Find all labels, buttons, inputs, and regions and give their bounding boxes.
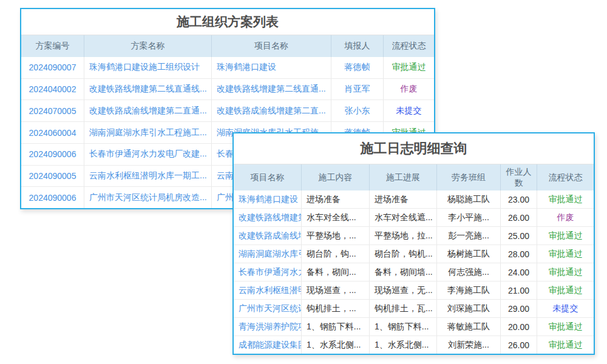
cell-plan-code[interactable]: 2024060004: [21, 122, 84, 143]
cell-plan-name[interactable]: 广州市天河区统计局机房改造...: [84, 187, 212, 208]
table-row: 2024090007 珠海鹤港口建设施工组织设计 珠海鹤港口建设 蒋德帧 审批通…: [21, 57, 434, 79]
column-header-plan-code: 方案编号: [21, 35, 84, 57]
cell-work-content: 备料，砌间...: [302, 263, 370, 281]
column-header-work-progress: 施工进展: [370, 164, 437, 190]
cell-plan-name[interactable]: 长春市伊通河水力发电厂改建...: [84, 144, 212, 165]
column-header-plan-name: 方案名称: [84, 35, 212, 57]
table-row: 青海洪湖养护院项 1、钢筋下料... 1、钢筋下料... 蒋敏施工队 20.00…: [234, 318, 594, 336]
cell-plan-code[interactable]: 2024090006: [21, 187, 84, 208]
cell-plan-name[interactable]: 改建铁路线增建第二线直通线...: [84, 79, 212, 100]
log-table-header: 项目名称 施工内容 施工进展 劳务班组 作业人数 流程状态: [234, 164, 594, 190]
cell-worker-count: 20.00: [501, 318, 537, 335]
cell-project-name[interactable]: 改建铁路线增建第二线直通...: [212, 79, 331, 100]
log-query-window: 施工日志明细查询 项目名称 施工内容 施工进展 劳务班组 作业人数 流程状态 珠…: [232, 132, 595, 355]
cell-labor-team: 彭一亮施...: [437, 227, 501, 244]
cell-status: 审批通过: [537, 190, 594, 208]
column-header-project-name: 项目名称: [212, 35, 331, 57]
cell-work-content: 1、水系北侧...: [302, 336, 370, 354]
cell-project-name[interactable]: 广州市天河区统计: [234, 300, 302, 317]
table-row: 广州市天河区统计 钩机排土，... 钩机排土，瓦... 刘琛施工队 29.00 …: [234, 300, 594, 318]
cell-status: 审批通过: [384, 57, 434, 78]
cell-plan-code[interactable]: 2024090005: [21, 166, 84, 187]
table-row: 珠海鹤港口建设 进场准备 进场准备 杨聪施工队 23.00 审批通过: [234, 190, 594, 209]
table-row: 云南水利枢纽潜明 现场巡查，... 现场巡查，无... 李海施工队 21.00 …: [234, 281, 594, 300]
cell-labor-team: 刘琛施工队: [437, 300, 501, 317]
cell-plan-code[interactable]: 2024070005: [21, 100, 84, 121]
cell-status: 未提交: [384, 100, 434, 121]
cell-plan-name[interactable]: 珠海鹤港口建设施工组织设计: [84, 57, 212, 78]
cell-work-content: 砌台阶，钩...: [302, 245, 370, 263]
cell-project-name[interactable]: 珠海鹤港口建设: [212, 57, 331, 78]
log-table-body: 珠海鹤港口建设 进场准备 进场准备 杨聪施工队 23.00 审批通过 改建铁路线…: [234, 190, 594, 354]
cell-work-content: 1、钢筋下料...: [302, 318, 370, 335]
log-query-title: 施工日志明细查询: [234, 133, 594, 164]
cell-reporter: 肖亚军: [331, 79, 384, 100]
cell-worker-count: 26.00: [501, 336, 537, 354]
cell-labor-team: 杨聪施工队: [437, 190, 501, 208]
column-header-worker-count: 作业人数: [501, 164, 537, 190]
table-row: 湖南洞庭湖水库引水 砌台阶，钩... 砌台阶，钩机... 杨树施工队 28.00…: [234, 245, 594, 263]
column-header-status: 流程状态: [384, 35, 434, 57]
cell-labor-team: 何志强施...: [437, 263, 501, 281]
cell-project-name[interactable]: 长春市伊通河水力: [234, 263, 302, 281]
plan-list-title: 施工组织方案列表: [21, 9, 434, 35]
cell-work-progress: 1、水系北侧...: [370, 336, 437, 354]
cell-work-progress: 钩机排土，瓦...: [370, 300, 437, 317]
cell-plan-code[interactable]: 2024090007: [21, 57, 84, 78]
cell-status: 审批通过: [537, 245, 594, 263]
cell-project-name[interactable]: 云南水利枢纽潜明: [234, 281, 302, 299]
cell-work-content: 平整场地，...: [302, 227, 370, 244]
cell-work-content: 现场巡查，...: [302, 281, 370, 299]
cell-project-name[interactable]: 改建铁路成渝线增建第二: [234, 227, 302, 244]
table-row: 2024040002 改建铁路线增建第二线直通线... 改建铁路线增建第二线直通…: [21, 79, 434, 101]
cell-work-progress: 砌台阶，钩机...: [370, 245, 437, 263]
table-row: 长春市伊通河水力 备料，砌间... 备料，砌间墙... 何志强施... 24.0…: [234, 263, 594, 281]
column-header-reporter: 填报人: [331, 35, 384, 57]
cell-work-progress: 备料，砌间墙...: [370, 263, 437, 281]
column-header-project-name: 项目名称: [234, 164, 302, 190]
plan-table-header: 方案编号 方案名称 项目名称 填报人 流程状态: [21, 35, 434, 57]
cell-work-progress: 现场巡查，无...: [370, 281, 437, 299]
cell-plan-code[interactable]: 2024040002: [21, 79, 84, 100]
cell-project-name[interactable]: 成都能源建设集团: [234, 336, 302, 354]
cell-work-content: 水车对全线...: [302, 209, 370, 226]
cell-project-name[interactable]: 珠海鹤港口建设: [234, 190, 302, 208]
cell-project-name[interactable]: 改建铁路成渝线增建第二直...: [212, 100, 331, 121]
column-header-labor-team: 劳务班组: [437, 164, 501, 190]
table-row: 成都能源建设集团 1、水系北侧... 1、水系北侧... 刘新荣施... 26.…: [234, 336, 594, 354]
cell-worker-count: 28.00: [501, 245, 537, 263]
cell-reporter: 张小东: [331, 100, 384, 121]
cell-status: 未提交: [537, 300, 594, 317]
cell-plan-name[interactable]: 改建铁路成渝线增建第二直通...: [84, 100, 212, 121]
cell-status: 审批通过: [537, 318, 594, 335]
cell-reporter: 蒋德帧: [331, 57, 384, 78]
cell-plan-code[interactable]: 2024090006: [21, 144, 84, 165]
cell-worker-count: 29.00: [501, 300, 537, 317]
cell-plan-name[interactable]: 湖南洞庭湖水库引水工程施工...: [84, 122, 212, 143]
cell-status: 审批通过: [537, 281, 594, 299]
cell-status: 作废: [537, 209, 594, 226]
cell-worker-count: 23.00: [501, 190, 537, 208]
cell-work-progress: 平整场地，拉...: [370, 227, 437, 244]
cell-worker-count: 24.00: [501, 263, 537, 281]
cell-labor-team: 刘新荣施...: [437, 336, 501, 354]
cell-project-name[interactable]: 改建铁路线增建第二线: [234, 209, 302, 226]
cell-work-content: 钩机排土，...: [302, 300, 370, 317]
cell-work-progress: 水车对全线遮...: [370, 209, 437, 226]
cell-project-name[interactable]: 青海洪湖养护院项: [234, 318, 302, 335]
cell-labor-team: 李海施工队: [437, 281, 501, 299]
cell-status: 审批通过: [537, 263, 594, 281]
cell-work-content: 进场准备: [302, 190, 370, 208]
table-row: 改建铁路线增建第二线 水车对全线... 水车对全线遮... 李小平施... 26…: [234, 209, 594, 227]
column-header-status: 流程状态: [537, 164, 594, 190]
cell-worker-count: 21.00: [501, 281, 537, 299]
cell-plan-name[interactable]: 云南水利枢纽潜明水库一期工...: [84, 166, 212, 187]
column-header-work-content: 施工内容: [302, 164, 370, 190]
cell-status: 审批通过: [537, 336, 594, 354]
table-row: 2024070005 改建铁路成渝线增建第二直通... 改建铁路成渝线增建第二直…: [21, 100, 434, 122]
cell-project-name[interactable]: 湖南洞庭湖水库引水: [234, 245, 302, 263]
cell-status: 作废: [384, 79, 434, 100]
cell-labor-team: 李小平施...: [437, 209, 501, 226]
cell-work-progress: 进场准备: [370, 190, 437, 208]
cell-labor-team: 杨树施工队: [437, 245, 501, 263]
